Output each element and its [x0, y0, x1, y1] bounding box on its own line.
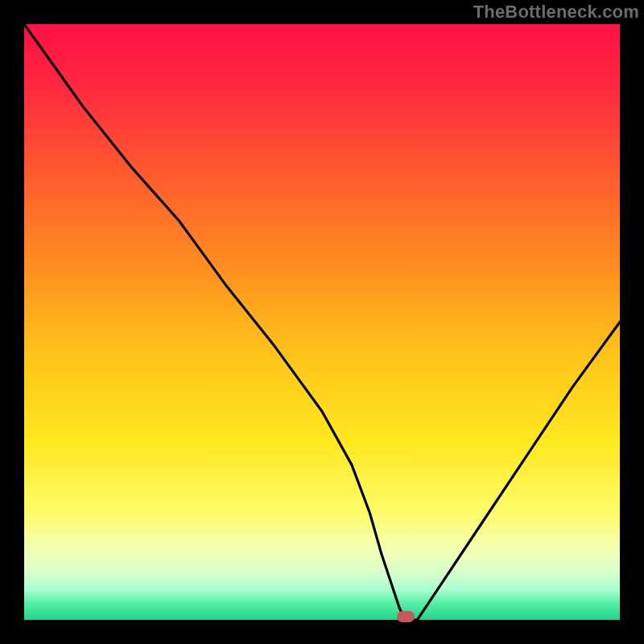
plot-area: [24, 24, 620, 620]
watermark-text: TheBottleneck.com: [473, 2, 639, 23]
curve-layer: [24, 24, 620, 620]
bottleneck-curve: [24, 24, 620, 620]
chart-frame: TheBottleneck.com: [0, 0, 644, 644]
optimal-marker: [397, 611, 415, 622]
